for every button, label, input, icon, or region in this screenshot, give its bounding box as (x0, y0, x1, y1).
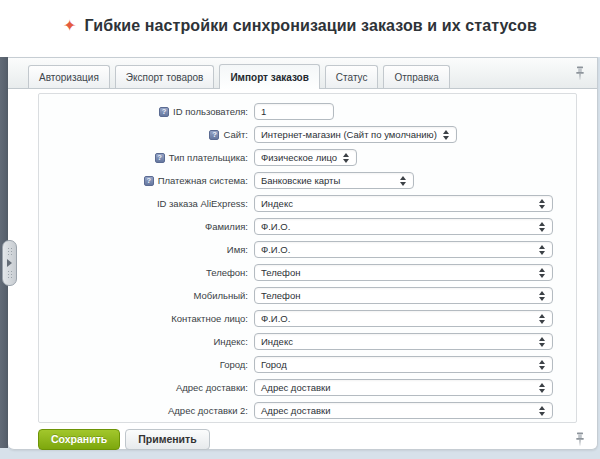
field-label: Имя: (227, 244, 248, 255)
tab-2[interactable]: Экспорт товаров (115, 65, 215, 88)
up-down-arrows-icon (539, 268, 546, 278)
tab-3[interactable]: Импорт заказов (219, 64, 319, 89)
up-down-arrows-icon (539, 245, 546, 255)
up-down-arrows-icon (539, 291, 546, 301)
form-row: Мобильный:Телефон (39, 284, 576, 307)
field-label-cell: Город: (39, 359, 254, 370)
up-down-arrows-icon (539, 314, 546, 324)
select-dropdown[interactable]: Интернет-магазин (Сайт по умолчанию) (254, 126, 457, 143)
select-dropdown[interactable]: Ф.И.О. (254, 218, 553, 235)
tab-4[interactable]: Статус (325, 65, 379, 88)
field-label: ID заказа AliExpress: (157, 198, 248, 209)
select-dropdown[interactable]: Телефон (254, 287, 553, 304)
settings-panel: АвторизацияЭкспорт товаровИмпорт заказов… (8, 57, 598, 450)
help-icon[interactable]: ? (209, 130, 219, 140)
select-value: Индекс (261, 336, 293, 347)
up-down-arrows-icon (539, 383, 546, 393)
select-value: Город (261, 359, 287, 370)
select-value: Ф.И.О. (261, 313, 290, 324)
field-label-cell: Фамилия: (39, 221, 254, 232)
apply-button[interactable]: Применить (125, 429, 209, 450)
field-label-cell: Имя: (39, 244, 254, 255)
field-label-cell: Мобильный: (39, 290, 254, 301)
field-label-cell: Контактное лицо: (39, 313, 254, 324)
select-value: Телефон (261, 267, 300, 278)
page-title-text: Гибкие настройки синхронизации заказов и… (85, 17, 537, 35)
up-down-arrows-icon (343, 153, 350, 163)
page: ✦ Гибкие настройки синхронизации заказов… (0, 0, 600, 459)
sparkle-icon: ✦ (63, 18, 76, 34)
select-dropdown[interactable]: Банковские карты (254, 172, 414, 189)
field-label-cell: ?ID пользователя: (39, 106, 254, 117)
pin-icon[interactable] (575, 66, 585, 81)
tab-5[interactable]: Отправка (383, 65, 449, 88)
save-button[interactable]: Сохранить (38, 429, 120, 450)
form-row: Адрес доставки:Адрес доставки (39, 376, 576, 399)
tab-1[interactable]: Авторизация (28, 65, 110, 88)
up-down-arrows-icon (400, 176, 407, 186)
form-row: ?Тип плательщика:Физическое лицо (39, 146, 576, 169)
field-label: Тип плательщика: (169, 152, 248, 163)
form-row: Фамилия:Ф.И.О. (39, 215, 576, 238)
select-dropdown[interactable]: Город (254, 356, 553, 373)
up-down-arrows-icon (539, 360, 546, 370)
form-row: ?Сайт:Интернет-магазин (Сайт по умолчани… (39, 123, 576, 146)
field-label: Платежная система: (158, 175, 248, 186)
form-row: Контактное лицо:Ф.И.О. (39, 307, 576, 330)
workspace: АвторизацияЭкспорт товаровИмпорт заказов… (0, 57, 600, 459)
form-row: Индекс:Индекс (39, 330, 576, 353)
form-row: Город:Город (39, 353, 576, 376)
field-label: Индекс: (213, 336, 248, 347)
field-label-cell: Индекс: (39, 336, 254, 347)
select-dropdown[interactable]: Индекс (254, 195, 553, 212)
select-value: Ф.И.О. (261, 244, 290, 255)
field-label-cell: ?Платежная система: (39, 175, 254, 186)
field-label: Телефон: (206, 267, 248, 278)
select-value: Адрес доставки (261, 382, 330, 393)
help-icon[interactable]: ? (155, 153, 165, 163)
form-row: ?ID пользователя: (39, 100, 576, 123)
field-label: Адрес доставки 2: (168, 405, 248, 416)
field-label: Контактное лицо: (171, 313, 248, 324)
select-dropdown[interactable]: Адрес доставки (254, 402, 553, 419)
field-label-cell: ID заказа AliExpress: (39, 198, 254, 209)
select-value: Ф.И.О. (261, 221, 290, 232)
expand-panel-handle[interactable] (2, 240, 17, 286)
up-down-arrows-icon (443, 130, 450, 140)
select-dropdown[interactable]: Телефон (254, 264, 553, 281)
up-down-arrows-icon (539, 406, 546, 416)
select-value: Банковские карты (261, 175, 340, 186)
up-down-arrows-icon (539, 337, 546, 347)
select-dropdown[interactable]: Ф.И.О. (254, 241, 553, 258)
tab-list: АвторизацияЭкспорт товаровИмпорт заказов… (28, 64, 455, 88)
select-value: Физическое лицо (261, 152, 337, 163)
select-dropdown[interactable]: Физическое лицо (254, 149, 357, 166)
field-label: Мобильный: (193, 290, 248, 301)
pin-icon[interactable] (575, 432, 585, 447)
tab-bar: АвторизацияЭкспорт товаровИмпорт заказов… (8, 58, 597, 89)
form-row: ?Платежная система:Банковские карты (39, 169, 576, 192)
field-label-cell: ?Сайт: (39, 129, 254, 140)
form-row: Телефон:Телефон (39, 261, 576, 284)
up-down-arrows-icon (539, 199, 546, 209)
field-label: Фамилия: (205, 221, 248, 232)
select-value: Индекс (261, 198, 293, 209)
field-label-cell: Телефон: (39, 267, 254, 278)
select-dropdown[interactable]: Индекс (254, 333, 553, 350)
text-input[interactable] (254, 103, 334, 120)
form-fieldset: ?ID пользователя:?Сайт:Интернет-магазин … (38, 93, 577, 423)
field-label-cell: Адрес доставки 2: (39, 405, 254, 416)
select-value: Телефон (261, 290, 300, 301)
chevron-right-icon (7, 259, 12, 267)
field-label-cell: ?Тип плательщика: (39, 152, 254, 163)
select-value: Адрес доставки (261, 405, 330, 416)
select-dropdown[interactable]: Ф.И.О. (254, 310, 553, 327)
field-label: Город: (220, 359, 248, 370)
action-buttons: Сохранить Применить (38, 429, 210, 450)
help-icon[interactable]: ? (144, 176, 154, 186)
field-label: Сайт: (223, 129, 248, 140)
select-value: Интернет-магазин (Сайт по умолчанию) (261, 129, 437, 140)
help-icon[interactable]: ? (159, 107, 169, 117)
page-title: ✦ Гибкие настройки синхронизации заказов… (0, 0, 600, 52)
select-dropdown[interactable]: Адрес доставки (254, 379, 553, 396)
